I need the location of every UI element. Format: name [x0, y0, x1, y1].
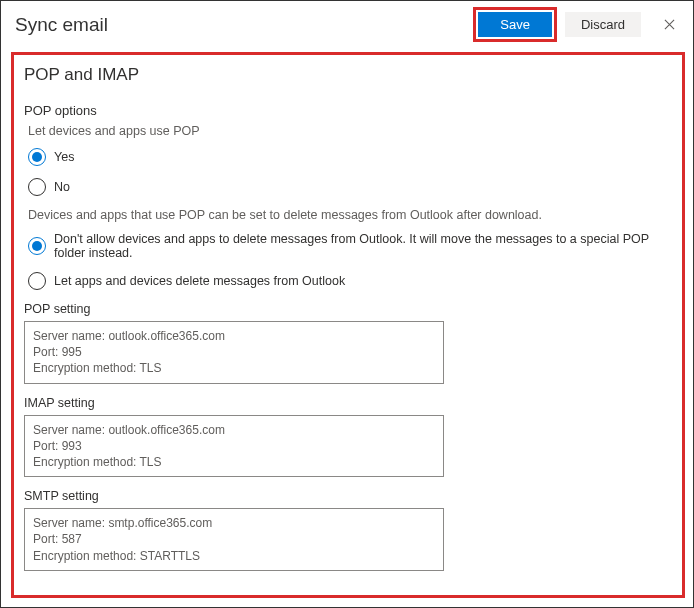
imap-server-row: Server name: outlook.office365.com [33, 422, 435, 438]
pop-setting-box: Server name: outlook.office365.com Port:… [24, 321, 444, 384]
discard-button[interactable]: Discard [565, 12, 641, 37]
imap-setting-block: IMAP setting Server name: outlook.office… [24, 396, 672, 478]
save-button[interactable]: Save [478, 12, 552, 37]
radio-label: Let apps and devices delete messages fro… [54, 274, 345, 288]
content-highlight: POP and IMAP POP options Let devices and… [11, 52, 685, 598]
radio-icon [28, 178, 46, 196]
imap-setting-box: Server name: outlook.office365.com Port:… [24, 415, 444, 478]
pop-options-desc: Let devices and apps use POP [28, 124, 672, 138]
pop-delete-note: Devices and apps that use POP can be set… [28, 208, 672, 222]
imap-port-row: Port: 993 [33, 438, 435, 454]
smtp-enc-row: Encryption method: STARTTLS [33, 548, 435, 564]
section-heading: POP and IMAP [24, 65, 672, 85]
smtp-setting-label: SMTP setting [24, 489, 672, 503]
radio-icon [28, 148, 46, 166]
smtp-port-row: Port: 587 [33, 531, 435, 547]
radio-delete-let[interactable]: Let apps and devices delete messages fro… [28, 272, 672, 290]
save-highlight: Save [473, 7, 557, 42]
smtp-setting-block: SMTP setting Server name: smtp.office365… [24, 489, 672, 571]
radio-label: No [54, 180, 70, 194]
close-icon[interactable] [655, 11, 683, 39]
radio-label: Yes [54, 150, 74, 164]
dialog-header: Sync email Save Discard [1, 1, 693, 46]
pop-setting-label: POP setting [24, 302, 672, 316]
radio-pop-yes[interactable]: Yes [28, 148, 672, 166]
pop-port-row: Port: 995 [33, 344, 435, 360]
radio-pop-no[interactable]: No [28, 178, 672, 196]
pop-server-row: Server name: outlook.office365.com [33, 328, 435, 344]
pop-enc-row: Encryption method: TLS [33, 360, 435, 376]
imap-setting-label: IMAP setting [24, 396, 672, 410]
dialog-title: Sync email [15, 14, 465, 36]
pop-setting-block: POP setting Server name: outlook.office3… [24, 302, 672, 384]
imap-enc-row: Encryption method: TLS [33, 454, 435, 470]
radio-icon [28, 272, 46, 290]
smtp-setting-box: Server name: smtp.office365.com Port: 58… [24, 508, 444, 571]
smtp-server-row: Server name: smtp.office365.com [33, 515, 435, 531]
radio-label: Don't allow devices and apps to delete m… [54, 232, 672, 260]
radio-icon [28, 237, 46, 255]
radio-delete-dont-allow[interactable]: Don't allow devices and apps to delete m… [28, 232, 672, 260]
pop-options-label: POP options [24, 103, 672, 118]
